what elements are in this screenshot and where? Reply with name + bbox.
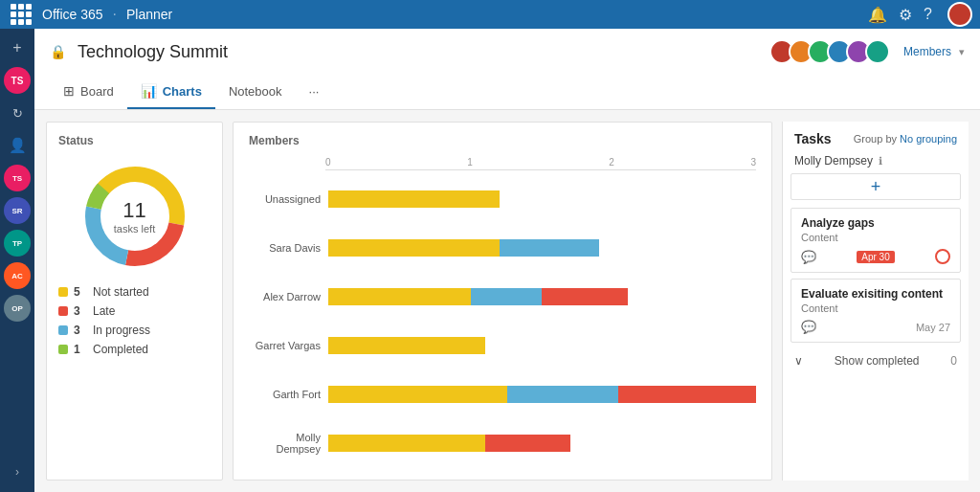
nav-board[interactable]: ⊞ Board (50, 75, 127, 109)
sidebar-avatar-op[interactable]: OP (4, 295, 31, 322)
task-card-1[interactable]: Analyze gaps Content 💬 Apr 30 (791, 208, 961, 273)
sidebar-avatar-tp[interactable]: TP (4, 230, 31, 257)
donut-chart: 11 tasks left (58, 159, 211, 274)
sidebar-refresh-icon[interactable]: ↻ (2, 98, 33, 128)
chart-row: Molly Dempsey (249, 431, 756, 456)
nav-notebook-label: Notebook (229, 84, 282, 99)
chart-row-label: Unassigned (249, 193, 321, 205)
show-completed-button[interactable]: ∨ Show completed 0 (783, 348, 969, 373)
bar-segment (328, 190, 500, 208)
show-completed-label: Show completed (835, 354, 920, 368)
status-legend: 5 Not started 3 Late 3 In progress (58, 285, 211, 356)
chart-row-bars (328, 337, 756, 354)
status-title: Status (58, 134, 211, 147)
chart-row: Alex Darrow (249, 284, 756, 309)
task-category-1: Content (801, 232, 950, 243)
sidebar-bottom: › (10, 459, 25, 492)
page-header-top: 🔒 Technology Summit Members ▾ (50, 29, 965, 75)
sidebar-user-icon[interactable]: 👤 (2, 130, 33, 161)
nav-charts-label: Charts (163, 84, 202, 99)
bar-segment (500, 239, 599, 257)
content-area: Status 11 tasks left (34, 110, 980, 492)
chart-row-label: Garth Fort (249, 389, 321, 400)
add-task-button[interactable]: + (791, 173, 961, 200)
nav-more[interactable]: ··· (296, 75, 333, 109)
sidebar-avatar-sr[interactable]: SR (4, 197, 31, 224)
planner-label: Planner (126, 7, 172, 22)
grid-menu-button[interactable] (8, 1, 34, 28)
board-icon: ⊞ (63, 83, 75, 99)
completed-count: 1 (74, 343, 87, 356)
notification-icon[interactable]: 🔔 (868, 6, 887, 24)
chart-row: Unassigned (249, 187, 756, 212)
charts-icon: 📊 (141, 83, 157, 99)
in-progress-count: 3 (74, 324, 87, 337)
sidebar-avatar-ac[interactable]: AC (4, 262, 31, 289)
sidebar-collapse-button[interactable]: › (10, 459, 25, 484)
members-button[interactable]: Members (903, 45, 951, 58)
show-completed-chevron: ∨ (794, 354, 803, 368)
assignee-name: Molly Dempsey (794, 154, 873, 168)
completed-label: Completed (93, 343, 148, 356)
chart-axis-row: 0 1 2 3 (249, 157, 756, 170)
nav-board-label: Board (80, 84, 114, 99)
axis-ticks: 0 1 2 3 (325, 157, 756, 170)
task-category-2: Content (801, 302, 950, 314)
tasks-title: Tasks (794, 131, 832, 146)
bar-segment (618, 386, 756, 403)
bar-segment (328, 386, 507, 403)
top-bar: Office 365 · Planner 🔔 ⚙ ? (0, 0, 980, 29)
help-icon[interactable]: ? (924, 6, 932, 23)
legend-dot-in-progress (58, 325, 68, 335)
sidebar-add-button[interactable]: + (2, 33, 33, 63)
task-date-badge-1: Apr 30 (857, 251, 894, 263)
tasks-user-row: Molly Dempsey ℹ (783, 150, 969, 173)
no-grouping-label[interactable]: No grouping (900, 133, 957, 145)
tasks-label: tasks left (114, 223, 155, 235)
page-header: 🔒 Technology Summit Members ▾ (34, 29, 980, 110)
legend-in-progress: 3 In progress (58, 324, 211, 337)
chart-row: Garth Fort (249, 382, 756, 407)
task-chat-icon-2: 💬 (801, 320, 816, 334)
chart-row-bars (328, 190, 756, 208)
bar-segment (542, 288, 627, 305)
chart-area: UnassignedSara DavisAlex DarrowGarret Va… (249, 174, 756, 468)
legend-dot-late (58, 306, 68, 316)
status-panel: Status 11 tasks left (46, 122, 223, 481)
group-by-label: Group by No grouping (854, 133, 957, 145)
chart-row-label: Molly Dempsey (249, 432, 321, 455)
members-chart-title: Members (249, 134, 756, 147)
chart-row-label: Sara Davis (249, 242, 321, 254)
nav-charts[interactable]: 📊 Charts (127, 75, 215, 109)
app-name: Office 365 (42, 7, 103, 22)
members-chart-panel: Members 0 1 2 3 UnassignedSara DavisAlex… (233, 122, 772, 481)
user-avatar-top[interactable] (947, 2, 972, 27)
top-bar-separator: · (113, 6, 117, 23)
nav-notebook[interactable]: Notebook (215, 75, 296, 109)
chart-row-label: Alex Darrow (249, 291, 321, 302)
completed-count-label: 0 (950, 354, 957, 368)
settings-icon[interactable]: ⚙ (899, 6, 912, 24)
page-title: Technology Summit (78, 42, 228, 62)
sidebar-avatar-ts2[interactable]: TS (4, 165, 31, 191)
legend-dot-not-started (58, 287, 68, 297)
member-avatar-6 (865, 39, 890, 64)
main-area: 🔒 Technology Summit Members ▾ (34, 29, 980, 492)
late-count: 3 (74, 304, 87, 318)
tasks-count: 11 (114, 198, 155, 223)
task-date-2: May 27 (916, 322, 950, 333)
bar-segment (328, 239, 500, 257)
late-label: Late (93, 304, 115, 318)
bar-segment (471, 288, 542, 305)
task-footer-1: 💬 Apr 30 (801, 249, 950, 264)
task-card-2[interactable]: Evaluate exisiting content Content 💬 May… (791, 279, 961, 343)
chart-row-bars (328, 386, 756, 403)
members-chevron[interactable]: ▾ (959, 46, 965, 58)
page-nav: ⊞ Board 📊 Charts Notebook ··· (50, 75, 965, 109)
sidebar-avatar-ts[interactable]: TS (4, 67, 31, 94)
grid-icon (11, 4, 32, 25)
not-started-label: Not started (93, 285, 149, 299)
bar-segment (485, 435, 570, 452)
tick-3: 3 (750, 157, 756, 168)
task-name-2: Evaluate exisiting content (801, 287, 950, 301)
